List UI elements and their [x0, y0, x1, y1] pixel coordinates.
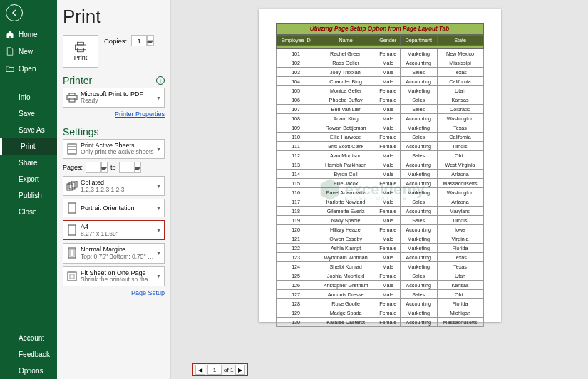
- collate-icon: [66, 180, 78, 192]
- print-area-selector[interactable]: Print Active Sheets Only print the activ…: [63, 139, 165, 159]
- settings-header: Settings: [63, 126, 165, 137]
- nav-label: Feedback: [19, 351, 50, 358]
- spin-down[interactable]: [146, 41, 153, 46]
- nav-share[interactable]: Share: [0, 155, 57, 171]
- scaling-selector[interactable]: Fit Sheet on One Page Shrink the printou…: [63, 266, 165, 286]
- nav-print[interactable]: Print: [0, 138, 57, 155]
- table-cell: Kristopher Gretham: [316, 281, 376, 290]
- table-row: 125Joshia MoorfieldFemaleSalesUtah: [276, 271, 483, 281]
- print-settings-panel: Print Print Copies: 1 Printer i: [57, 0, 171, 379]
- table-row: 123Wyndham WormanMaleAccountingTexas: [276, 253, 483, 262]
- table-cell: Virginia: [437, 234, 483, 244]
- table-cell: Colorado: [437, 105, 483, 114]
- table-cell: 116: [276, 188, 316, 197]
- nav-export[interactable]: Export: [0, 171, 57, 187]
- nav-open[interactable]: Open: [0, 60, 57, 77]
- table-row: 130Karalee CasterotFemaleAccountingMassa…: [276, 318, 483, 327]
- nav-label: Info: [19, 93, 31, 101]
- page-icon: [66, 224, 78, 237]
- nav-home[interactable]: Home: [0, 26, 57, 43]
- nav-info[interactable]: Info: [0, 89, 57, 105]
- spin-up[interactable]: [100, 162, 107, 167]
- printer-status: Ready: [81, 98, 154, 105]
- table-cell: Marketing: [400, 170, 437, 179]
- table-cell: Female: [376, 95, 400, 105]
- selector-sub: 8.27" x 11.69": [81, 231, 154, 238]
- settings-header-label: Settings: [63, 126, 99, 137]
- copies-label: Copies:: [104, 37, 127, 45]
- nav-close[interactable]: Close: [0, 204, 57, 220]
- spin-up[interactable]: [134, 162, 140, 167]
- svg-rect-0: [78, 42, 84, 45]
- orientation-selector[interactable]: Portrait Orientation ▼: [63, 199, 165, 217]
- table-cell: Male: [376, 290, 400, 299]
- table-cell: Ellie Harwood: [316, 133, 376, 142]
- spin-up[interactable]: [146, 36, 153, 41]
- table-cell: Andonis Dresse: [316, 290, 376, 299]
- table-cell: Florida: [437, 299, 483, 308]
- table-cell: Washington: [437, 188, 483, 197]
- nav-account[interactable]: Account: [0, 330, 57, 346]
- pages-to-label: to: [110, 164, 116, 171]
- new-icon: [6, 47, 14, 56]
- copies-spinner[interactable]: 1: [131, 35, 154, 46]
- print-button[interactable]: Print: [63, 35, 98, 68]
- table-cell: 107: [276, 105, 316, 114]
- spin-down[interactable]: [100, 167, 107, 172]
- paper-size-selector[interactable]: A4 8.27" x 11.69" ▼: [63, 220, 165, 240]
- fit-icon: [66, 270, 78, 283]
- table-cell: Rowan Bettjeman: [316, 123, 376, 133]
- table-cell: Female: [376, 179, 400, 188]
- selector-title: Collated: [81, 179, 154, 186]
- table-cell: 101: [276, 49, 316, 58]
- table-cell: Karlotte Nowland: [316, 197, 376, 207]
- nav-new[interactable]: New: [0, 43, 57, 60]
- table-cell: Rachel Green: [316, 49, 376, 58]
- page-setup-link[interactable]: Page Setup: [63, 289, 165, 296]
- spin-down[interactable]: [134, 167, 140, 172]
- table-cell: Marketing: [400, 188, 437, 197]
- printer-selector[interactable]: Microsoft Print to PDF Ready ▼: [63, 88, 165, 108]
- margins-selector[interactable]: Normal Margins Top: 0.75" Bottom: 0.75" …: [63, 243, 165, 263]
- pages-from-spinner[interactable]: [86, 162, 108, 173]
- table-cell: Marketing: [400, 308, 437, 318]
- copies-value: 1: [132, 37, 146, 45]
- prev-page-button[interactable]: ◀: [195, 365, 205, 375]
- table-cell: 108: [276, 114, 316, 123]
- svg-rect-3: [67, 95, 77, 100]
- table-cell: Male: [376, 123, 400, 133]
- nav-publish[interactable]: Publish: [0, 187, 57, 204]
- pages-to-spinner[interactable]: [119, 162, 141, 173]
- back-button[interactable]: [6, 4, 23, 21]
- table-cell: Michigan: [437, 308, 483, 318]
- table-cell: Female: [376, 225, 400, 234]
- table-cell: Madge Spada: [316, 308, 376, 318]
- table-cell: Kansas: [437, 281, 483, 290]
- nav-label: Open: [19, 65, 36, 73]
- nav-save-as[interactable]: Save As: [0, 122, 57, 138]
- table-cell: Female: [376, 207, 400, 216]
- table-cell: 129: [276, 308, 316, 318]
- table-cell: 117: [276, 197, 316, 207]
- nav-save[interactable]: Save: [0, 105, 57, 122]
- collate-selector[interactable]: Collated 1,2,3 1,2,3 1,2,3 ▼: [63, 176, 165, 196]
- table-cell: 105: [276, 86, 316, 95]
- table-cell: Sales: [400, 197, 437, 207]
- current-page-input[interactable]: 1: [207, 365, 222, 375]
- nav-feedback[interactable]: Feedback: [0, 346, 57, 363]
- selector-title: Print Active Sheets: [81, 142, 154, 149]
- info-icon[interactable]: i: [156, 76, 165, 85]
- nav-label: Print: [21, 142, 36, 150]
- table-cell: Massachusetts: [437, 179, 483, 188]
- pages-row: Pages: to: [63, 162, 165, 173]
- nav-options[interactable]: Options: [0, 363, 57, 379]
- table-cell: Byron Coll: [316, 170, 376, 179]
- next-page-button[interactable]: ▶: [235, 365, 245, 375]
- pages-label: Pages:: [63, 164, 83, 171]
- table-cell: Hamish Parkinson: [316, 160, 376, 170]
- page-title: Print: [63, 6, 165, 28]
- table-row: 112Alan MorrisonMaleSalesOhio: [276, 151, 483, 160]
- table-cell: Illinois: [437, 142, 483, 151]
- table-row: 117Karlotte NowlandMaleSalesArizona: [276, 197, 483, 207]
- printer-properties-link[interactable]: Printer Properties: [63, 110, 165, 118]
